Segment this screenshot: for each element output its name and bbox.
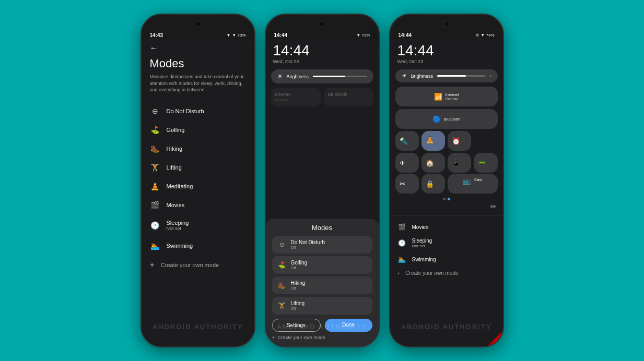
screen-3: 14:44 Wed, Oct 23 ☀ Brightness › 📶 Inter… — [390, 39, 503, 345]
tile-scissors[interactable]: ✂ — [395, 174, 419, 194]
time-3: 14:44 — [399, 32, 412, 38]
time-2: 14:44 — [274, 32, 288, 38]
mode-item-movies[interactable]: 🎬 Movies — [142, 196, 254, 214]
tile-modes[interactable]: 🧘 — [421, 131, 445, 151]
brightness-row-3[interactable]: ☀ Brightness › — [395, 69, 498, 82]
tile-cast[interactable]: 📺 Cast — [448, 174, 498, 194]
p3-swimming-item[interactable]: 🏊 Swimming — [397, 252, 496, 267]
mode-item-dnd[interactable]: ⊖ Do Not Disturb — [142, 102, 254, 121]
golf-label: Golfing — [167, 127, 185, 133]
settings-gear-icon: ⚙ — [475, 33, 479, 38]
tile-flashlight[interactable]: 🔦 — [395, 131, 419, 151]
dnd-label: Do Not Disturb — [167, 108, 204, 114]
tile-alarm[interactable]: ⏰ — [448, 131, 471, 151]
overlay-item-golfing[interactable]: ⛳ Golfing Off — [272, 256, 372, 274]
brightness-label-3: Brightness — [411, 74, 434, 79]
rotate-icon: 📱 — [452, 159, 467, 167]
swimming-icon: 🏊 — [150, 242, 160, 250]
qs-date-3: Wed, Oct 23 — [397, 59, 496, 67]
home-bar-1 — [182, 347, 214, 347]
brightness-icon-2: ☀ — [277, 73, 283, 80]
modes-subtitle: Minimize distractions and take control o… — [150, 74, 246, 93]
phone-3: 14:44 ⚙ ▼ 74% 14:44 Wed, Oct 23 ☀ Bright… — [389, 14, 504, 347]
mode-item-golfing[interactable]: ⛳ Golfing — [142, 121, 254, 139]
overlay-lifting-icon: 🏋 — [277, 302, 287, 309]
tile-rotate[interactable]: 📱 — [448, 153, 471, 173]
movies-icon: 🎬 — [150, 201, 160, 209]
screen-1: ← Modes Minimize distractions and take c… — [142, 39, 254, 345]
overlay-footer: + Create your own mode — [272, 332, 372, 340]
qs-date-2: Wed, Oct 23 — [273, 59, 371, 67]
p3-sleeping-icon: 🕐 — [397, 239, 407, 247]
brightness-fill-2 — [313, 76, 345, 77]
camera-dot — [195, 21, 201, 27]
modes-overlay: Modes ⊖ Do Not Disturb Off ⛳ Golfing Off… — [266, 219, 379, 346]
phone-2: 14:44 ▼ 73% 14:44 Wed, Oct 23 ☀ Brightne… — [265, 14, 380, 347]
p3-sleeping-item[interactable]: 🕐 Sleeping Not set — [397, 234, 496, 252]
create-mode-label: Create your own mode — [161, 262, 219, 268]
mode-item-meditating[interactable]: 🧘 Meditating — [142, 177, 254, 196]
bluetooth-label: Bluetooth — [444, 117, 461, 122]
p3-modes-list: 🎬 Movies 🕐 Sleeping Not set 🏊 Swimming — [390, 218, 503, 282]
overlay-lifting-label: Lifting — [291, 300, 305, 306]
overlay-hiking-label: Hiking — [291, 280, 306, 286]
brightness-row-2[interactable]: ☀ Brightness — [271, 69, 373, 83]
done-button[interactable]: Done — [325, 319, 372, 332]
lifting-icon: 🏋 — [150, 163, 160, 172]
overlay-create-label: Create your own mode — [278, 335, 325, 340]
bluetooth-icon: 🔵 — [432, 115, 441, 123]
p3-create-mode[interactable]: + Create your own mode — [397, 267, 496, 280]
battery-1: ▼ 73% — [232, 33, 245, 38]
sleeping-icon: 🕐 — [150, 221, 160, 230]
overlay-dnd-icon: ⊖ — [277, 241, 287, 248]
p3-create-label: Create your own mode — [405, 270, 458, 276]
p3-create-plus-icon: + — [397, 270, 401, 276]
overlay-golf-sub: Off — [291, 266, 308, 270]
p3-swimming-label: Swimming — [412, 257, 436, 262]
sleeping-sub: Not set — [167, 226, 189, 231]
divider-3 — [390, 215, 503, 215]
brightness-label-2: Brightness — [287, 74, 309, 79]
overlay-item-lifting[interactable]: 🏋 Lifting Off — [272, 297, 372, 315]
create-mode-button[interactable]: + Create your own mode — [142, 255, 254, 275]
overlay-golf-label: Golfing — [291, 260, 308, 266]
overlay-hiking-sub: Off — [291, 286, 306, 291]
tile-bluetooth[interactable]: 🔵 Bluetooth — [395, 109, 498, 129]
modes-header: ← Modes Minimize distractions and take c… — [142, 39, 254, 102]
create-plus-icon: + — [150, 260, 155, 270]
overlay-item-hiking[interactable]: 🥾 Hiking Off — [272, 276, 372, 294]
back-button[interactable]: ← — [150, 43, 246, 53]
internet-icon: 📶 — [434, 93, 442, 101]
mode-item-hiking[interactable]: 🥾 Hiking — [142, 139, 254, 158]
overlay-item-dnd[interactable]: ⊖ Do Not Disturb Off — [272, 236, 372, 254]
swimming-label: Swimming — [167, 243, 193, 249]
brightness-fill-3 — [437, 75, 466, 77]
overlay-hiking-icon: 🥾 — [277, 282, 287, 289]
edit-icon[interactable]: ✏ — [390, 202, 503, 213]
tile-home[interactable]: 🏠 — [421, 153, 445, 173]
mode-item-lifting[interactable]: 🏋 Lifting — [142, 158, 254, 177]
modes-tile-icon: 🧘 — [426, 136, 441, 143]
status-bar-1: 14:43 ▼ ▼ 73% — [142, 29, 254, 39]
tile-internet[interactable]: 📶 Internet Rahman — [395, 87, 498, 106]
home-icon: 🏠 — [426, 159, 441, 167]
p3-movies-icon: 🎬 — [397, 223, 407, 231]
brightness-bar-2 — [313, 76, 367, 77]
overlay-dnd-sub: Off — [291, 245, 325, 250]
signal-icon: ▼ — [226, 33, 230, 38]
tile-airplane[interactable]: ✈ — [395, 153, 419, 173]
overlay-dnd-label: Do Not Disturb — [291, 239, 325, 245]
battery-3: ▼ 74% — [481, 33, 494, 38]
status-bar-3: 14:44 ⚙ ▼ 74% — [390, 29, 503, 39]
flashlight-icon: 🔦 — [400, 137, 415, 145]
mode-item-sleeping[interactable]: 🕐 Sleeping Not set — [142, 214, 254, 236]
cast-label: Cast — [474, 177, 482, 190]
mode-item-swimming[interactable]: 🏊 Swimming — [142, 236, 254, 255]
status-icons-3: ⚙ ▼ 74% — [475, 33, 494, 38]
p3-movies-item[interactable]: 🎬 Movies — [397, 220, 496, 234]
scissors-icon: ✂ — [400, 180, 415, 188]
settings-button[interactable]: Settings — [272, 319, 321, 332]
tile-lock[interactable]: 🔒 — [421, 174, 445, 194]
tile-extra[interactable]: 📟 — [474, 153, 497, 173]
phone-1: 14:43 ▼ ▼ 73% ← Modes Minimize distracti… — [140, 14, 255, 347]
